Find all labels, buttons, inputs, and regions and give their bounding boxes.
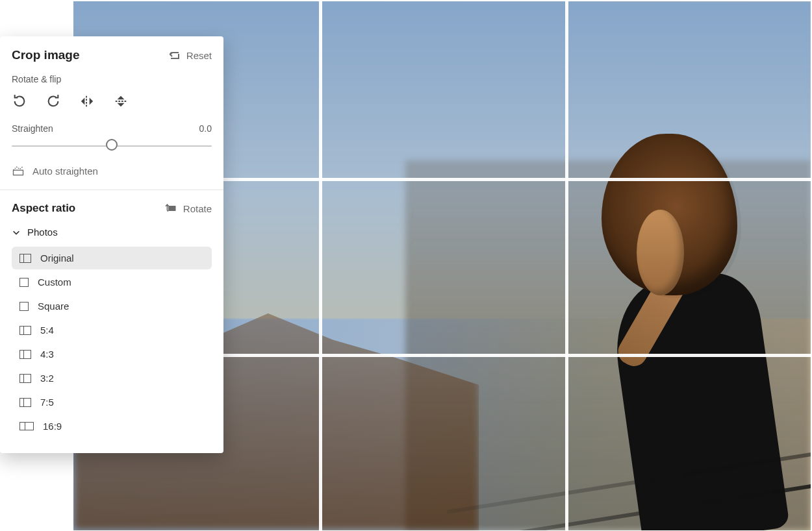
aspect-icon bbox=[19, 350, 31, 359]
aspect-ratio-list: Original Custom Square 5:4 4:3 3:2 bbox=[12, 247, 212, 438]
auto-straighten-icon bbox=[12, 165, 25, 177]
aspect-item-label: 5:4 bbox=[40, 325, 54, 336]
aspect-title: Aspect ratio bbox=[12, 202, 75, 215]
rotate-ccw-button[interactable] bbox=[12, 93, 27, 109]
aspect-item-custom[interactable]: Custom bbox=[12, 271, 212, 293]
flip-horizontal-button[interactable] bbox=[79, 93, 95, 109]
straighten-value: 0.0 bbox=[199, 123, 212, 134]
auto-straighten-label: Auto straighten bbox=[32, 166, 98, 177]
aspect-item-label: 7:5 bbox=[40, 397, 54, 408]
aspect-icon bbox=[19, 398, 31, 407]
aspect-section: Aspect ratio Rotate Photos bbox=[0, 190, 223, 453]
aspect-item-3-2[interactable]: 3:2 bbox=[12, 367, 212, 389]
aspect-item-7-5[interactable]: 7:5 bbox=[12, 391, 212, 414]
aspect-item-label: Custom bbox=[38, 277, 71, 288]
rotate-cw-button[interactable] bbox=[45, 93, 61, 109]
flip-vertical-icon bbox=[114, 94, 128, 108]
crop-section: Crop image Reset Rotate & flip bbox=[0, 36, 223, 190]
aspect-icon bbox=[19, 278, 29, 287]
aspect-item-original[interactable]: Original bbox=[12, 247, 212, 269]
aspect-icon bbox=[19, 422, 34, 430]
aspect-item-4-3[interactable]: 4:3 bbox=[12, 343, 212, 365]
rotate-ccw-icon bbox=[12, 94, 27, 108]
aspect-icon bbox=[19, 326, 31, 335]
flip-vertical-button[interactable] bbox=[113, 93, 129, 109]
rotate-aspect-icon bbox=[165, 203, 178, 214]
reset-label: Reset bbox=[186, 50, 212, 61]
svg-rect-1 bbox=[168, 206, 175, 211]
aspect-group-toggle[interactable]: Photos bbox=[12, 227, 212, 238]
reset-button[interactable]: Reset bbox=[168, 50, 212, 61]
reset-icon bbox=[168, 51, 181, 60]
aspect-item-label: Original bbox=[40, 253, 74, 264]
aspect-item-label: 3:2 bbox=[40, 373, 54, 384]
rotate-flip-label: Rotate & flip bbox=[12, 74, 212, 84]
auto-straighten-button[interactable]: Auto straighten bbox=[12, 165, 212, 177]
aspect-icon bbox=[19, 302, 29, 311]
rotate-cw-icon bbox=[46, 94, 60, 108]
slider-thumb[interactable] bbox=[106, 139, 118, 151]
aspect-item-label: Square bbox=[38, 301, 69, 312]
crop-panel: Crop image Reset Rotate & flip bbox=[0, 36, 223, 453]
crop-title: Crop image bbox=[12, 48, 80, 62]
aspect-item-label: 4:3 bbox=[40, 349, 54, 360]
aspect-item-16-9[interactable]: 16:9 bbox=[12, 415, 212, 438]
aspect-item-label: 16:9 bbox=[43, 421, 62, 432]
aspect-icon bbox=[19, 374, 31, 383]
aspect-rotate-button[interactable]: Rotate bbox=[165, 203, 212, 214]
aspect-item-square[interactable]: Square bbox=[12, 295, 212, 317]
svg-rect-0 bbox=[14, 170, 23, 175]
aspect-icon bbox=[19, 254, 31, 263]
aspect-item-5-4[interactable]: 5:4 bbox=[12, 319, 212, 341]
aspect-group-label: Photos bbox=[27, 227, 58, 238]
straighten-slider[interactable] bbox=[12, 138, 212, 156]
straighten-label: Straighten bbox=[12, 123, 53, 134]
aspect-rotate-label: Rotate bbox=[183, 203, 212, 214]
chevron-down-icon bbox=[12, 228, 21, 237]
flip-horizontal-icon bbox=[80, 94, 94, 108]
